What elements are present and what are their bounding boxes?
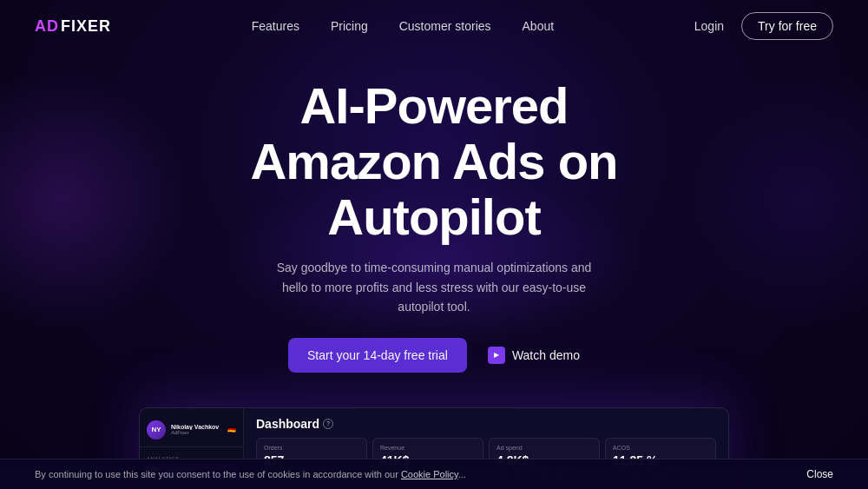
user-info: Nikolay Vachkov AdFixer xyxy=(171,424,222,435)
sidebar-user: NY Nikolay Vachkov AdFixer 🇩🇪 xyxy=(140,415,243,447)
logo-fixer: FIXER xyxy=(61,17,111,36)
cookie-policy-link[interactable]: Cookie Policy xyxy=(401,469,458,479)
hero-buttons: Start your 14-day free trial ▶ Watch dem… xyxy=(17,338,851,373)
login-button[interactable]: Login xyxy=(694,19,724,33)
cookie-close-button[interactable]: Close xyxy=(806,468,833,480)
nav-pricing[interactable]: Pricing xyxy=(331,19,368,33)
logo[interactable]: ADFIXER xyxy=(35,17,111,36)
nav-features[interactable]: Features xyxy=(252,19,299,33)
cookie-banner: By continuing to use this site you conse… xyxy=(0,459,868,489)
nav-links: Features Pricing Customer stories About xyxy=(252,18,554,34)
start-trial-button[interactable]: Start your 14-day free trial xyxy=(288,338,467,373)
dashboard-info-icon: ? xyxy=(323,419,333,429)
logo-ad: AD xyxy=(35,17,59,36)
adspend-label: Ad spend xyxy=(496,445,592,451)
orders-label: Orders xyxy=(264,445,359,451)
hero-section: AI-Powered Amazon Ads on Autopilot Say g… xyxy=(0,52,868,390)
revenue-label: Revenue xyxy=(380,445,476,451)
avatar: NY xyxy=(147,420,166,439)
acos-label: ACOS xyxy=(613,445,708,451)
headline-line1: AI-Powered xyxy=(299,77,568,134)
navbar: ADFIXER Features Pricing Customer storie… xyxy=(0,0,868,52)
try-free-button[interactable]: Try for free xyxy=(741,12,833,40)
headline-line2: Amazon Ads on xyxy=(250,133,617,189)
dashboard-title: Dashboard ? xyxy=(256,417,716,431)
cookie-text: By continuing to use this site you conse… xyxy=(35,469,466,479)
hero-headline: AI-Powered Amazon Ads on Autopilot xyxy=(17,78,851,244)
watch-demo-button[interactable]: ▶ Watch demo xyxy=(488,347,580,364)
headline-line3: Autopilot xyxy=(327,188,540,245)
nav-customer-stories[interactable]: Customer stories xyxy=(399,19,491,33)
user-name: Nikolay Vachkov xyxy=(171,424,222,430)
nav-about[interactable]: About xyxy=(523,19,555,33)
watch-demo-label: Watch demo xyxy=(512,348,580,362)
hero-subtext: Say goodbye to time-consuming manual opt… xyxy=(269,258,599,316)
flag-icon: 🇩🇪 xyxy=(227,426,236,433)
user-role: AdFixer xyxy=(171,430,222,435)
nav-actions: Login Try for free xyxy=(694,12,833,40)
play-icon: ▶ xyxy=(488,347,505,364)
